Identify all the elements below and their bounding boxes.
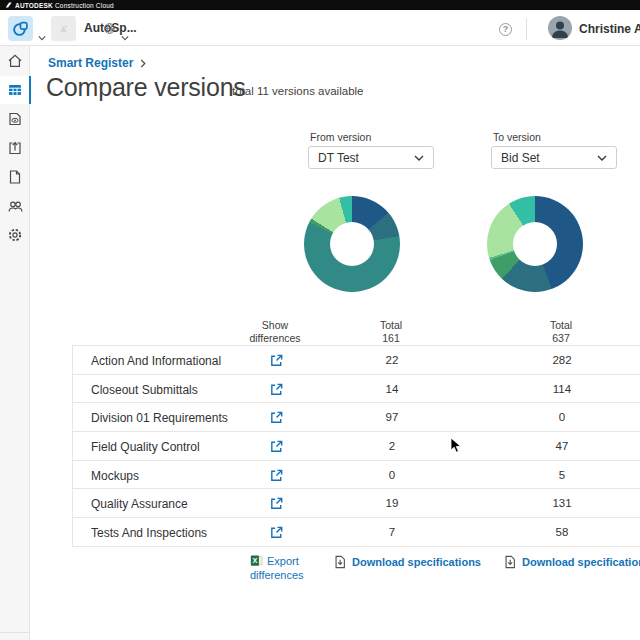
home-icon bbox=[7, 53, 23, 69]
person-icon bbox=[548, 16, 572, 40]
from-version-select[interactable]: DT Test bbox=[308, 146, 434, 169]
download-specifications-from-link[interactable]: Download specifications bbox=[333, 555, 481, 569]
brand-text: AUTODESKConstruction Cloud bbox=[15, 2, 114, 9]
sidebar-nav bbox=[0, 46, 30, 640]
row-from-value: 2 bbox=[362, 440, 422, 452]
product-caret-icon[interactable] bbox=[38, 34, 46, 42]
show-differences-external-link-icon[interactable] bbox=[269, 439, 284, 454]
show-differences-external-link-icon[interactable] bbox=[269, 410, 284, 425]
chevron-down-icon bbox=[414, 155, 424, 161]
table-grid-icon bbox=[7, 82, 23, 98]
file-eye-icon bbox=[7, 111, 23, 127]
globe-icon bbox=[103, 22, 116, 35]
table-row: Field Quality Control 2 47 bbox=[73, 432, 640, 461]
help-button[interactable]: ? bbox=[499, 23, 512, 36]
from-total-value: 161 bbox=[361, 332, 421, 345]
from-version-value: DT Test bbox=[318, 151, 359, 165]
breadcrumb-smart-register-link[interactable]: Smart Register bbox=[48, 56, 133, 70]
excel-icon: X bbox=[250, 554, 263, 567]
gear-icon bbox=[7, 227, 23, 243]
table-row: Tests And Inspections 7 58 bbox=[73, 518, 640, 547]
to-total-header: Total 637 bbox=[531, 319, 591, 345]
sidebar-bottom-divider bbox=[0, 632, 30, 633]
acc-product-icon bbox=[12, 20, 29, 37]
svg-text:X: X bbox=[252, 556, 257, 565]
sidebar-item-smart-register[interactable] bbox=[0, 76, 30, 104]
table-row: Closeout Submittals 14 114 bbox=[73, 375, 640, 404]
show-differences-external-link-icon[interactable] bbox=[269, 525, 284, 540]
show-differences-external-link-icon[interactable] bbox=[269, 353, 284, 368]
donut-hole bbox=[513, 222, 557, 266]
user-name[interactable]: Christine Acke bbox=[579, 22, 640, 36]
row-from-value: 22 bbox=[362, 354, 422, 366]
pdf-download-icon bbox=[333, 555, 347, 569]
header-divider bbox=[526, 18, 527, 40]
show-differences-header: Show differences bbox=[243, 319, 307, 345]
from-total-header: Total 161 bbox=[361, 319, 421, 345]
row-to-value: 0 bbox=[532, 411, 592, 423]
document-icon bbox=[7, 169, 23, 185]
row-label: Division 01 Requirements bbox=[91, 411, 228, 425]
mouse-cursor bbox=[450, 437, 462, 454]
chevron-down-icon bbox=[597, 155, 607, 161]
sidebar-item-members[interactable] bbox=[0, 192, 30, 220]
project-caret-icon[interactable] bbox=[121, 34, 129, 42]
total-label: Total bbox=[361, 319, 421, 332]
sidebar-item-settings[interactable] bbox=[0, 221, 30, 249]
show-differences-external-link-icon[interactable] bbox=[269, 382, 284, 397]
pdf-download-icon bbox=[503, 555, 517, 569]
breadcrumb: Smart Register bbox=[48, 56, 146, 70]
to-version-donut-chart bbox=[487, 196, 583, 292]
total-label: Total bbox=[531, 319, 591, 332]
row-label: Quality Assurance bbox=[91, 497, 188, 511]
app-window: AUTODESKConstruction Cloud AutoSp... ? bbox=[0, 0, 640, 640]
download-specifications-label: Download specifications bbox=[522, 556, 640, 568]
table-row: Division 01 Requirements 97 0 bbox=[73, 403, 640, 432]
page-title: Compare versions bbox=[46, 73, 246, 102]
project-thumbnail[interactable] bbox=[51, 16, 76, 41]
table-row: Action And Informational 22 282 bbox=[73, 346, 640, 375]
download-specifications-label: Download specifications bbox=[352, 556, 481, 568]
show-differences-external-link-icon[interactable] bbox=[269, 496, 284, 511]
download-specifications-to-link[interactable]: Download specifications bbox=[503, 555, 640, 569]
row-from-value: 0 bbox=[362, 469, 422, 481]
row-from-value: 97 bbox=[362, 411, 422, 423]
to-version-select[interactable]: Bid Set bbox=[491, 146, 617, 169]
row-label: Mockups bbox=[91, 469, 139, 483]
to-total-value: 637 bbox=[531, 332, 591, 345]
row-label: Field Quality Control bbox=[91, 440, 200, 454]
to-version-value: Bid Set bbox=[501, 151, 540, 165]
row-label: Closeout Submittals bbox=[91, 383, 198, 397]
table-row: Quality Assurance 19 131 bbox=[73, 489, 640, 518]
table-row: Mockups 0 5 bbox=[73, 461, 640, 490]
sidebar-item-home[interactable] bbox=[0, 47, 30, 75]
export-differences-link[interactable]: X Export differences bbox=[250, 554, 310, 582]
row-from-value: 7 bbox=[362, 526, 422, 538]
sidebar-item-export[interactable] bbox=[0, 134, 30, 162]
comparison-table-body: Action And Informational 22 282 Closeout… bbox=[72, 345, 640, 547]
breadcrumb-chevron-icon bbox=[140, 59, 146, 68]
row-from-value: 14 bbox=[362, 383, 422, 395]
file-export-icon bbox=[7, 140, 23, 156]
autodesk-logo-icon bbox=[5, 2, 12, 8]
user-avatar[interactable] bbox=[548, 16, 572, 40]
people-icon bbox=[7, 198, 24, 215]
row-label: Action And Informational bbox=[91, 354, 221, 368]
row-to-value: 282 bbox=[532, 354, 592, 366]
sidebar-item-documents[interactable] bbox=[0, 163, 30, 191]
from-version-label: From version bbox=[310, 131, 371, 143]
versions-available-text: total 11 versions available bbox=[232, 85, 363, 97]
row-to-value: 47 bbox=[532, 440, 592, 452]
row-from-value: 19 bbox=[362, 497, 422, 509]
from-version-donut-chart bbox=[304, 196, 400, 292]
show-differences-external-link-icon[interactable] bbox=[269, 468, 284, 483]
project-image-icon bbox=[57, 22, 70, 35]
app-header: AutoSp... ? Christine Acke bbox=[0, 10, 640, 46]
row-label: Tests And Inspections bbox=[91, 526, 207, 540]
donut-hole bbox=[330, 222, 374, 266]
product-switcher-button[interactable] bbox=[8, 16, 33, 41]
row-to-value: 5 bbox=[532, 469, 592, 481]
row-to-value: 58 bbox=[532, 526, 592, 538]
sidebar-item-file-review[interactable] bbox=[0, 105, 30, 133]
to-version-label: To version bbox=[493, 131, 541, 143]
